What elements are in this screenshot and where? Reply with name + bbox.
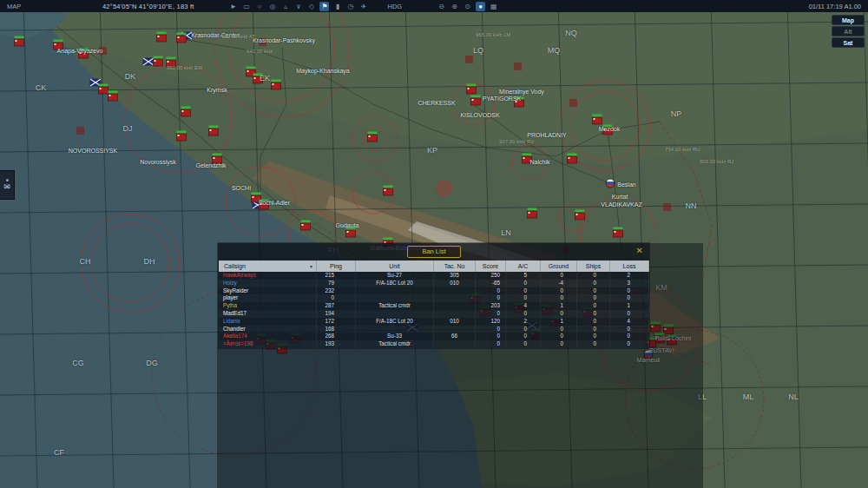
player-row[interactable]: =Aeros=198193Tactical cmdr00000 [219,340,649,348]
ground-unit-icon[interactable] [181,107,191,117]
view-button-map[interactable]: Map [832,15,865,25]
column-header-loss[interactable]: Loss [610,260,649,272]
ground-unit-icon[interactable] [593,115,602,125]
cell-ac: 0 [506,326,541,333]
clock-icon[interactable]: ◷ [345,2,355,11]
ground-unit-icon[interactable] [346,228,356,238]
player-row[interactable]: Holzy79F/A-18C Lot 20010-650-403 [219,280,649,287]
ground-unit-icon[interactable] [384,186,393,196]
ground-unit-icon[interactable] [301,221,311,231]
player-row[interactable]: HawkAirways215Su-273052505002 [219,272,649,280]
static-object-icon[interactable] [76,127,84,135]
static-object-icon[interactable] [569,99,577,107]
marker-icon[interactable]: ● [476,2,485,11]
measure-icon[interactable]: ▭ [241,2,251,11]
column-header-callsign[interactable]: Callsign▾ [219,260,317,272]
view-button-sat[interactable]: Sat [832,37,865,48]
grid-square-label: NL [788,392,799,401]
player-row[interactable]: MadEd1719400000 [219,310,649,318]
static-object-icon[interactable] [514,63,522,70]
column-header-ping[interactable]: Ping [317,260,356,272]
range-rings-icon[interactable]: ◎ [267,2,277,11]
cell-loss: 2 [610,272,649,280]
ground-unit-icon[interactable] [157,32,167,43]
close-icon[interactable]: ✕ [636,246,643,255]
cell-loss: 0 [610,287,649,295]
diamond-tool-icon[interactable]: ◇ [306,2,316,11]
ground-unit-icon[interactable] [614,228,623,238]
toolbar-left-icons: ►▭○◎▵∨◇⚑▮◷✈ [228,2,368,11]
cell-callsign: HawkAirways [219,272,317,280]
ground-unit-icon[interactable] [99,84,108,95]
player-row[interactable]: Akella174268Su-336600000 [219,333,649,340]
cell-score: 0 [476,310,506,318]
city-label: Anapa-Vityazevo [57,48,103,54]
zoom-in-icon[interactable]: ⊕ [450,2,459,11]
player-row[interactable]: SkyRaider23200000 [219,287,649,295]
message-strip[interactable]: ✉ [0,170,15,200]
russia-roundel-icon[interactable] [606,179,615,188]
ground-unit-icon[interactable] [528,208,537,219]
ground-unit-icon[interactable] [272,80,281,90]
cell-score: 203 [476,302,506,310]
center-view-icon[interactable]: ⊙ [463,2,472,11]
ground-unit-icon[interactable] [177,131,187,142]
cell-ping: 215 [317,272,356,280]
ground-unit-icon[interactable] [568,154,577,164]
static-object-icon[interactable] [465,56,473,63]
ground-unit-icon[interactable] [15,36,24,47]
cell-unit [356,287,434,295]
ground-unit-icon[interactable] [209,126,219,136]
ground-unit-icon[interactable] [575,210,585,221]
static-object-icon[interactable] [663,203,671,211]
city-label: Novorossiysk [140,159,176,165]
cell-callsign: MadEd17 [219,310,317,318]
player-row[interactable]: Chandler16800000 [219,326,649,333]
triangle-tool-icon[interactable]: ▵ [280,2,290,11]
column-header-ground[interactable]: Ground [541,260,577,272]
column-header-tac-no[interactable]: Tac. No [434,260,476,272]
ruler-icon[interactable]: ▮ [332,2,342,11]
map-pin-icon[interactable]: ⚑ [319,2,329,11]
city-label: NOVOROSSIYSK [69,148,117,154]
cell-callsign: Lidanix [219,318,317,326]
grid-square-label: DK [125,72,136,81]
column-header-a-c[interactable]: A/C [506,260,541,272]
player-row[interactable]: Pytha287Tactical cmdr2034101 [219,302,649,310]
cell-ships: 0 [577,310,610,318]
zoom-out-icon[interactable]: ⊖ [437,2,446,11]
chevron-tool-icon[interactable]: ∨ [293,2,303,11]
player-row[interactable]: Lidanix172F/A-18C Lot 200101202104 [219,318,649,326]
naval-flag-icon[interactable] [143,58,154,65]
cell-loss: 0 [610,333,649,340]
ground-unit-icon[interactable] [471,96,481,106]
column-header-ships[interactable]: Ships [577,260,610,272]
ground-unit-icon[interactable] [467,84,477,95]
column-header-score[interactable]: Score [476,260,506,272]
view-button-alt[interactable]: Alt [832,26,865,36]
city-label: PYATIGORSK [483,96,521,102]
circle-tool-icon[interactable]: ○ [254,2,264,11]
grid-toggle-icon[interactable]: ▦ [489,2,498,11]
cell-callsign: Chandler [219,326,317,333]
ground-unit-icon[interactable] [154,56,163,67]
beacon-frequency-label: 734.00 kHz RU [665,147,700,152]
grid-square-label: CK [36,83,47,92]
grid-square-label: NQ [565,29,577,37]
cell-ping: 79 [317,280,356,287]
column-header-unit[interactable]: Unit [356,260,434,272]
sort-arrow-icon[interactable]: ▾ [310,263,312,269]
cell-callsign: SkyRaider [219,287,317,295]
toolbar-right-icons: ⊖⊕⊙●▦ [437,2,498,11]
ban-list-button[interactable]: Ban List [407,246,460,258]
ground-unit-icon[interactable] [368,132,378,142]
mail-icon[interactable]: ✉ [3,183,10,191]
ground-unit-icon[interactable] [108,91,118,102]
cell-ping: 232 [317,287,356,295]
cell-unit [356,294,434,302]
city-label: Mozdok [599,126,621,132]
player-row[interactable]: player000000 [219,294,649,302]
aircraft-icon[interactable]: ✈ [358,2,368,11]
cursor-icon[interactable]: ► [228,2,238,11]
ground-unit-icon[interactable] [177,33,187,43]
